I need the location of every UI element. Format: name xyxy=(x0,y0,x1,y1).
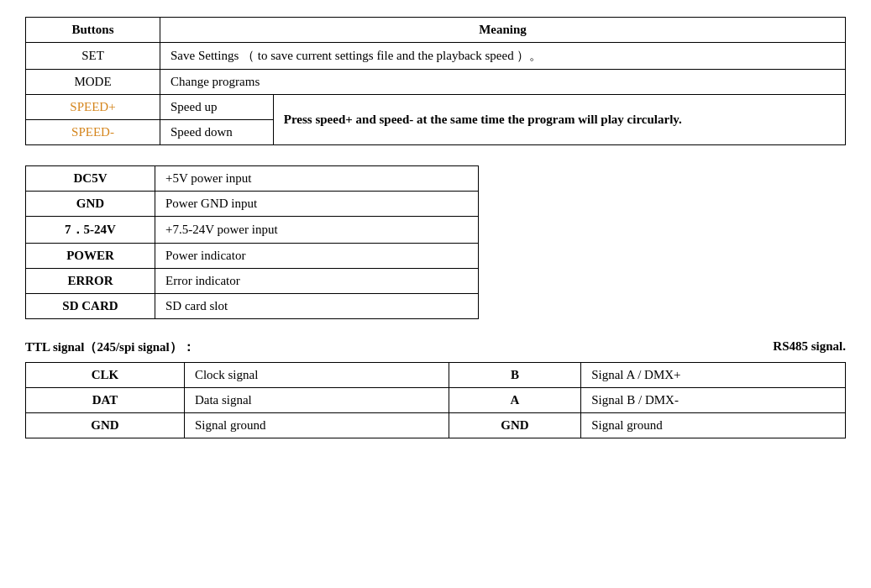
gnd-label: GND xyxy=(26,192,155,217)
speed-combined-note: Press speed+ and speed- at the same time… xyxy=(273,95,845,145)
speedminus-button-cell: SPEED- xyxy=(26,120,160,145)
table-row: POWER Power indicator xyxy=(26,244,479,269)
error-label: ERROR xyxy=(26,269,155,294)
sdcard-value: SD card slot xyxy=(155,294,479,319)
dc5v-label: DC5V xyxy=(26,166,155,192)
power-value: Power indicator xyxy=(155,244,479,269)
gnd-signal-label: GND xyxy=(26,413,185,438)
speedplus-meaning-cell: Speed up xyxy=(160,95,274,120)
rs-gnd-label: GND xyxy=(449,413,580,438)
meaning-header: Meaning xyxy=(160,18,846,43)
set-meaning-cell: Save Settings （ to save current settings… xyxy=(160,43,846,70)
rs485-signal-header: RS485 signal. xyxy=(773,339,846,355)
table-row: GND Power GND input xyxy=(26,192,479,217)
75v-label: 7．5-24V xyxy=(26,217,155,244)
table-row: SPEED+ Speed up Press speed+ and speed- … xyxy=(26,95,846,120)
buttons-header: Buttons xyxy=(26,18,160,43)
set-button-cell: SET xyxy=(26,43,160,70)
rs-gnd-value: Signal ground xyxy=(581,413,846,438)
table-row: GND Signal ground GND Signal ground xyxy=(26,413,846,438)
gnd-signal-value: Signal ground xyxy=(184,413,449,438)
a-label: A xyxy=(449,388,580,413)
ttl-signal-header: TTL signal（245/spi signal）： xyxy=(25,339,195,355)
table-row: 7．5-24V +7.5-24V power input xyxy=(26,217,479,244)
dat-value: Data signal xyxy=(184,388,449,413)
clk-label: CLK xyxy=(26,363,185,388)
error-value: Error indicator xyxy=(155,269,479,294)
table-row: DC5V +5V power input xyxy=(26,166,479,192)
table-row: CLK Clock signal B Signal A / DMX+ xyxy=(26,363,846,388)
signal-table: CLK Clock signal B Signal A / DMX+ DAT D… xyxy=(25,362,846,438)
dat-label: DAT xyxy=(26,388,185,413)
dc5v-value: +5V power input xyxy=(155,166,479,192)
signal-section-headers: TTL signal（245/spi signal）： RS485 signal… xyxy=(25,339,846,355)
clk-value: Clock signal xyxy=(184,363,449,388)
gnd-value: Power GND input xyxy=(155,192,479,217)
table-row: MODE Change programs xyxy=(26,70,846,95)
a-value: Signal B / DMX- xyxy=(581,388,846,413)
table-row: SET Save Settings （ to save current sett… xyxy=(26,43,846,70)
75v-value: +7.5-24V power input xyxy=(155,217,479,244)
mode-button-cell: MODE xyxy=(26,70,160,95)
table-row: ERROR Error indicator xyxy=(26,269,479,294)
mode-meaning-cell: Change programs xyxy=(160,70,846,95)
buttons-table: Buttons Meaning SET Save Settings （ to s… xyxy=(25,17,846,145)
b-value: Signal A / DMX+ xyxy=(581,363,846,388)
sdcard-label: SD CARD xyxy=(26,294,155,319)
power-label: POWER xyxy=(26,244,155,269)
b-label: B xyxy=(449,363,580,388)
dc-table: DC5V +5V power input GND Power GND input… xyxy=(25,165,479,319)
table-row: SD CARD SD card slot xyxy=(26,294,479,319)
speedplus-button-cell: SPEED+ xyxy=(26,95,160,120)
speedminus-meaning-cell: Speed down xyxy=(160,120,274,145)
table-row: DAT Data signal A Signal B / DMX- xyxy=(26,388,846,413)
